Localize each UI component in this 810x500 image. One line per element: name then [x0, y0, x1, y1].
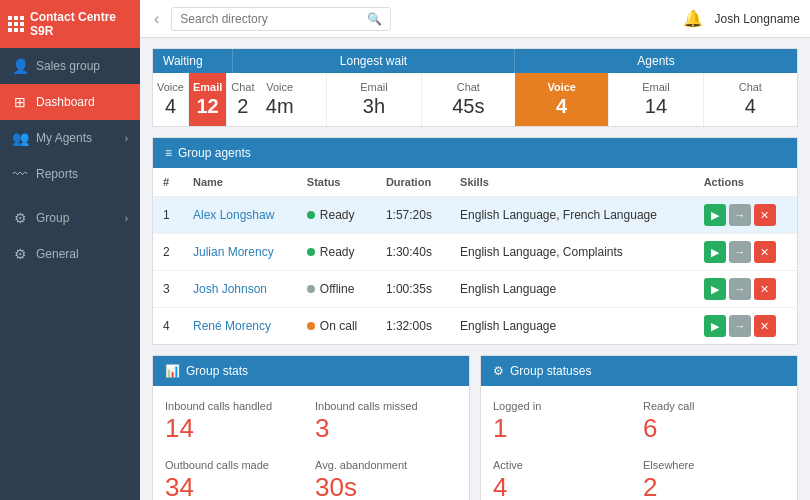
- status-dot: [307, 285, 315, 293]
- status-dot: [307, 248, 315, 256]
- sidebar-item-group[interactable]: ⚙ Group ›: [0, 200, 140, 236]
- table-header-row: # Name Status Duration Skills Actions: [153, 168, 797, 197]
- bell-icon[interactable]: 🔔: [683, 9, 703, 28]
- cell-skills: English Language: [450, 308, 694, 345]
- longest-wait-col: Voice 4m Email 3h Chat 45s: [233, 73, 515, 126]
- action-green-button[interactable]: ▶: [704, 278, 726, 300]
- stat-avg-abandonment: Avg. abandonment 30s: [315, 455, 457, 500]
- action-buttons: ▶ → ✕: [704, 204, 787, 226]
- status-dot: [307, 322, 315, 330]
- action-green-button[interactable]: ▶: [704, 241, 726, 263]
- stats-banner-body: Voice 4 Email 12 Chat 2 Voice: [153, 73, 797, 126]
- sidebar-item-my-agents[interactable]: 👥 My Agents ›: [0, 120, 140, 156]
- cell-name: Alex Longshaw: [183, 197, 297, 234]
- action-delete-button[interactable]: ✕: [754, 204, 776, 226]
- table-icon: ≡: [165, 146, 172, 160]
- app-title: Contact Centre S9R: [30, 10, 132, 38]
- voice-longest: Voice 4m: [233, 73, 327, 126]
- sidebar-label: Dashboard: [36, 95, 128, 109]
- group-statuses-body: Logged in 1 Ready call 6 Active 4 Elsewh…: [481, 386, 797, 500]
- cell-status: Offline: [297, 271, 376, 308]
- longest-wait-header: Longest wait: [233, 49, 515, 73]
- cell-duration: 1:57:20s: [376, 197, 450, 234]
- cell-skills: English Language, French Language: [450, 197, 694, 234]
- stat-inbound-missed: Inbound calls missed 3: [315, 396, 457, 447]
- action-arrow-button[interactable]: →: [729, 241, 751, 263]
- stat-logged-in: Logged in 1: [493, 396, 635, 447]
- action-buttons: ▶ → ✕: [704, 315, 787, 337]
- col-skills: Skills: [450, 168, 694, 197]
- topbar-right: 🔔 Josh Longname: [683, 9, 800, 28]
- cell-duration: 1:30:40s: [376, 234, 450, 271]
- chart-icon: 📊: [165, 364, 180, 378]
- cell-actions: ▶ → ✕: [694, 197, 797, 234]
- search-icon: 🔍: [367, 12, 382, 26]
- chat-agents: Chat 4: [704, 73, 797, 126]
- sidebar-label: My Agents: [36, 131, 117, 145]
- sidebar-item-sales-group[interactable]: 👤 Sales group: [0, 48, 140, 84]
- group-agents-header: ≡ Group agents: [153, 138, 797, 168]
- group-stats-header: 📊 Group stats: [153, 356, 469, 386]
- action-arrow-button[interactable]: →: [729, 315, 751, 337]
- status-dot: [307, 211, 315, 219]
- cell-status: On call: [297, 308, 376, 345]
- bottom-panels: 📊 Group stats Inbound calls handled 14 I…: [152, 355, 798, 500]
- sidebar-item-reports[interactable]: 〰 Reports: [0, 156, 140, 192]
- group-statuses-header: ⚙ Group statuses: [481, 356, 797, 386]
- sidebar-label: Group: [36, 211, 117, 225]
- cell-num: 2: [153, 234, 183, 271]
- action-delete-button[interactable]: ✕: [754, 241, 776, 263]
- sidebar: Contact Centre S9R 👤 Sales group ⊞ Dashb…: [0, 0, 140, 500]
- collapse-button[interactable]: ‹: [150, 10, 163, 28]
- email-waiting: Email 12: [189, 73, 227, 126]
- group-stats-panel: 📊 Group stats Inbound calls handled 14 I…: [152, 355, 470, 500]
- col-status: Status: [297, 168, 376, 197]
- col-duration: Duration: [376, 168, 450, 197]
- settings-icon: ⚙: [493, 364, 504, 378]
- stats-banner: Waiting Longest wait Agents Voice 4: [152, 48, 798, 127]
- gear-icon: ⚙: [12, 246, 28, 262]
- table-row: 3 Josh Johnson Offline 1:00:35s English …: [153, 271, 797, 308]
- agents-table: # Name Status Duration Skills Actions 1 …: [153, 168, 797, 344]
- group-stats-title: Group stats: [186, 364, 248, 378]
- action-delete-button[interactable]: ✕: [754, 315, 776, 337]
- stat-ready-call: Ready call 6: [643, 396, 785, 447]
- stat-outbound: Outbound calls made 34: [165, 455, 307, 500]
- action-green-button[interactable]: ▶: [704, 315, 726, 337]
- cell-num: 1: [153, 197, 183, 234]
- sidebar-label: Sales group: [36, 59, 128, 73]
- gear-icon: ⚙: [12, 210, 28, 226]
- agents-col: Voice 4 Email 14 Chat 4: [515, 73, 797, 126]
- search-input[interactable]: [180, 12, 363, 26]
- group-agents-title: Group agents: [178, 146, 251, 160]
- table-row: 2 Julian Morency Ready 1:30:40s English …: [153, 234, 797, 271]
- grid-icon: [8, 16, 24, 32]
- cell-name: Josh Johnson: [183, 271, 297, 308]
- waiting-col: Voice 4 Email 12 Chat 2: [153, 73, 233, 126]
- col-num: #: [153, 168, 183, 197]
- cell-duration: 1:32:00s: [376, 308, 450, 345]
- action-arrow-button[interactable]: →: [729, 204, 751, 226]
- table-row: 4 René Morency On call 1:32:00s English …: [153, 308, 797, 345]
- group-agents-section: ≡ Group agents # Name Status Duration Sk…: [152, 137, 798, 345]
- chevron-icon: ›: [125, 133, 128, 144]
- topbar: ‹ 🔍 🔔 Josh Longname: [140, 0, 810, 38]
- dashboard-icon: ⊞: [12, 94, 28, 110]
- action-arrow-button[interactable]: →: [729, 278, 751, 300]
- content-area: Waiting Longest wait Agents Voice 4: [140, 38, 810, 500]
- action-buttons: ▶ → ✕: [704, 241, 787, 263]
- reports-icon: 〰: [12, 166, 28, 182]
- sidebar-item-general[interactable]: ⚙ General: [0, 236, 140, 272]
- cell-actions: ▶ → ✕: [694, 308, 797, 345]
- table-row: 1 Alex Longshaw Ready 1:57:20s English L…: [153, 197, 797, 234]
- waiting-header: Waiting: [153, 49, 233, 73]
- search-box[interactable]: 🔍: [171, 7, 391, 31]
- stats-banner-header: Waiting Longest wait Agents: [153, 49, 797, 73]
- action-green-button[interactable]: ▶: [704, 204, 726, 226]
- action-delete-button[interactable]: ✕: [754, 278, 776, 300]
- sidebar-item-dashboard[interactable]: ⊞ Dashboard: [0, 84, 140, 120]
- chevron-icon: ›: [125, 213, 128, 224]
- stat-elsewhere: Elsewhere 2: [643, 455, 785, 500]
- col-name: Name: [183, 168, 297, 197]
- stat-inbound-handled: Inbound calls handled 14: [165, 396, 307, 447]
